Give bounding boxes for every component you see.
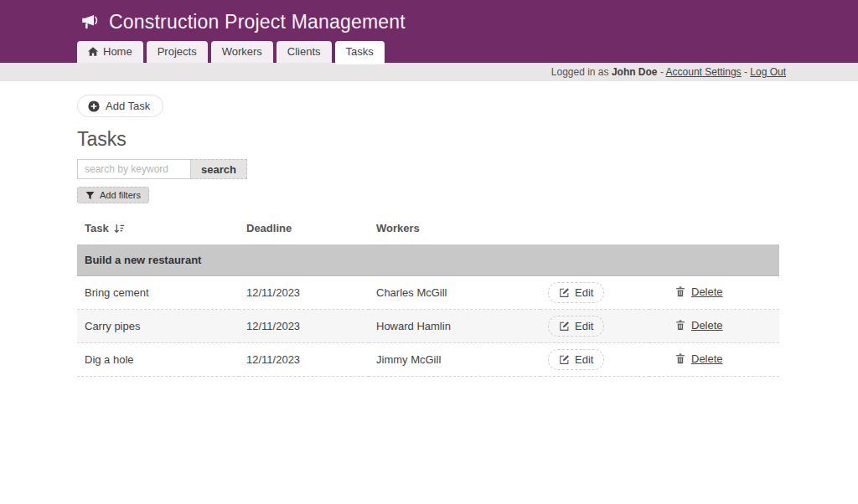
app-header: Construction Project Management Home Pro… — [0, 0, 858, 63]
search-button[interactable]: search — [191, 159, 247, 179]
add-task-button[interactable]: Add Task — [77, 95, 163, 117]
task-cell: Bring cement — [77, 276, 239, 310]
delete-link[interactable]: Delete — [675, 352, 723, 365]
user-bar: Logged in as John Doe - Account Settings… — [0, 63, 858, 81]
nav-tab-home[interactable]: Home — [77, 41, 143, 63]
app-title: Construction Project Management — [109, 11, 406, 33]
table-row: Bring cement 12/11/2023 Charles McGill E… — [77, 276, 779, 310]
worker-cell: Jimmy McGill — [369, 343, 540, 377]
edit-button[interactable]: Edit — [548, 316, 604, 337]
brand: Construction Project Management — [0, 0, 858, 33]
project-group-title: Build a new restaurant — [77, 244, 779, 276]
worker-cell: Howard Hamlin — [369, 310, 540, 343]
main-content: Add Task Tasks search Add filters Task — [0, 81, 858, 377]
table-row: Dig a hole 12/11/2023 Jimmy McGill Edit — [77, 343, 779, 377]
page-title: Tasks — [77, 128, 858, 151]
trash-icon — [675, 353, 685, 364]
edit-pencil-icon — [559, 321, 570, 332]
sort-icon[interactable] — [114, 224, 125, 234]
plus-circle-icon — [88, 100, 100, 112]
username: John Doe — [612, 66, 658, 78]
worker-cell: Charles McGill — [369, 276, 540, 310]
edit-pencil-icon — [559, 287, 570, 298]
search-input[interactable] — [77, 159, 191, 179]
project-group-row: Build a new restaurant — [77, 244, 779, 276]
filter-icon — [85, 191, 95, 200]
megaphone-icon — [81, 14, 101, 30]
logged-in-text: Logged in as — [551, 66, 612, 78]
task-cell: Dig a hole — [77, 343, 239, 377]
table-header-row: Task Deadline Workers — [77, 214, 779, 244]
log-out-link[interactable]: Log Out — [750, 66, 786, 78]
trash-icon — [675, 286, 685, 297]
column-header-task[interactable]: Task — [77, 214, 239, 244]
task-cell: Carry pipes — [77, 310, 239, 343]
column-header-deadline: Deadline — [239, 214, 369, 244]
deadline-cell: 12/11/2023 — [239, 276, 369, 310]
nav-tab-workers[interactable]: Workers — [211, 41, 273, 63]
table-row: Carry pipes 12/11/2023 Howard Hamlin Edi… — [77, 310, 779, 343]
nav-tab-clients[interactable]: Clients — [277, 41, 332, 63]
home-icon — [88, 47, 98, 56]
add-filters-button[interactable]: Add filters — [77, 187, 149, 203]
nav-tab-tasks[interactable]: Tasks — [335, 41, 385, 64]
edit-button[interactable]: Edit — [548, 349, 604, 370]
trash-icon — [675, 320, 685, 331]
delete-link[interactable]: Delete — [675, 285, 723, 298]
tasks-table: Task Deadline Workers — [77, 214, 779, 377]
edit-button[interactable]: Edit — [548, 282, 604, 303]
column-header-workers: Workers — [369, 214, 540, 244]
deadline-cell: 12/11/2023 — [239, 310, 369, 343]
search-bar: search — [77, 159, 858, 179]
delete-link[interactable]: Delete — [675, 319, 723, 332]
main-nav: Home Projects Workers Clients Tasks — [77, 41, 385, 63]
deadline-cell: 12/11/2023 — [239, 343, 369, 377]
nav-tab-projects[interactable]: Projects — [147, 41, 208, 63]
account-settings-link[interactable]: Account Settings — [666, 66, 742, 78]
edit-pencil-icon — [559, 354, 570, 365]
